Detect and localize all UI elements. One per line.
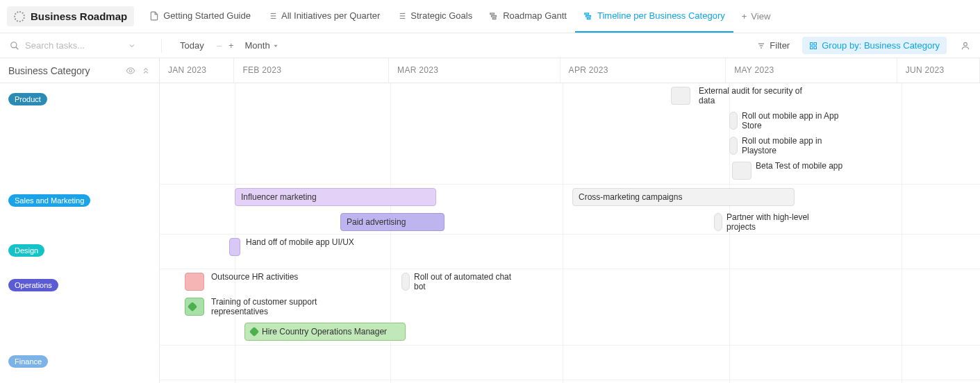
zoom-select[interactable]: Month (241, 37, 283, 53)
add-view-label: View (751, 11, 770, 22)
track-group-operations: Outsource HR activitiesRoll out of autom… (160, 269, 980, 346)
task-label: Roll out mobile app in App Store (742, 111, 853, 130)
gantt-icon (583, 11, 593, 21)
category-operations[interactable]: Operations (0, 269, 159, 346)
milestone-diamond-icon (188, 302, 197, 312)
category-pill: Sales and Marketing (8, 194, 90, 207)
milestone-diamond-icon (249, 327, 259, 337)
task-chip[interactable] (729, 137, 738, 155)
sidebar-heading-row: Business Category (0, 58, 159, 83)
task-chip[interactable] (185, 298, 204, 316)
toolbar: Today – + Month Filter Group by: Busines… (0, 33, 980, 58)
eye-icon[interactable] (126, 66, 135, 76)
task-label: Training of customer support representat… (211, 297, 322, 316)
task-label: Outsource HR activities (211, 272, 322, 282)
tab-all-initiatives-per-quarter[interactable]: All Initiatives per Quarter (259, 0, 388, 33)
task-chip[interactable] (729, 112, 738, 130)
category-pill: Product (8, 93, 47, 105)
month-header-cell: APR 2023 (560, 58, 726, 83)
month-header-cell: JUN 2023 (897, 58, 980, 83)
svg-point-28 (964, 42, 967, 46)
category-product[interactable]: Product (0, 83, 159, 185)
timeline-canvas[interactable]: JAN 2023FEB 2023MAR 2023APR 2023MAY 2023… (160, 58, 980, 383)
dash: – (217, 40, 222, 51)
roadmap-icon (14, 11, 25, 22)
search-wrap (10, 40, 149, 51)
track-group-finance (160, 346, 980, 380)
tab-roadmap-gantt[interactable]: Roadmap Gantt (481, 0, 575, 33)
category-pill: Finance (8, 355, 48, 368)
svg-line-19 (16, 46, 19, 49)
svg-point-18 (11, 42, 17, 47)
task-chip[interactable] (229, 238, 240, 256)
svg-rect-16 (585, 15, 590, 17)
tab-getting-started-guide[interactable]: Getting Started Guide (141, 0, 259, 33)
add-task-button[interactable]: + (229, 40, 234, 51)
task-label: Hand off of mobile app UI/UX (246, 237, 357, 247)
header-bar: Business Roadmap Getting Started GuideAl… (0, 0, 980, 33)
svg-rect-12 (490, 12, 495, 14)
track-group-product: External audit for security of dataRoll … (160, 83, 980, 185)
tab-strategic-goals[interactable]: Strategic Goals (388, 0, 481, 33)
task-label: Beta Test of mobile app (756, 161, 867, 171)
category-sidebar: Business Category ProductSales and Marke… (0, 58, 160, 383)
task-bar[interactable]: Hire Country Operations Manager (244, 323, 406, 341)
category-pill: Operations (8, 279, 58, 291)
track-group-design: Hand off of mobile app UI/UX (160, 235, 980, 269)
tab-timeline-per-business-category[interactable]: Timeline per Business Category (575, 0, 733, 33)
tab-label: All Initiatives per Quarter (281, 10, 380, 21)
month-header-row: JAN 2023FEB 2023MAR 2023APR 2023MAY 2023… (160, 58, 980, 83)
svg-marker-20 (274, 44, 277, 46)
category-pill: Design (8, 244, 44, 257)
filter-button[interactable]: Filter (751, 37, 795, 53)
zoom-label: Month (245, 40, 270, 51)
task-chip[interactable] (714, 213, 722, 231)
tab-label: Roadmap Gantt (503, 10, 567, 21)
gantt-icon (489, 11, 499, 21)
task-label: Paid advertising (347, 217, 406, 227)
task-label: External audit for security of data (699, 86, 810, 105)
collapse-icon[interactable] (141, 66, 151, 76)
task-label: Cross-marketing campaigns (579, 192, 682, 202)
task-bar[interactable]: Cross-marketing campaigns (572, 188, 795, 206)
task-bar[interactable]: Influencer marketing (235, 188, 436, 206)
category-design[interactable]: Design (0, 235, 159, 269)
svg-rect-14 (492, 17, 496, 19)
track-group-sales: Influencer marketingCross-marketing camp… (160, 185, 980, 235)
task-label: Roll out of automated chat bot (414, 272, 525, 291)
page-title-wrap[interactable]: Business Roadmap (7, 6, 134, 26)
task-chip[interactable] (732, 162, 751, 180)
task-chip[interactable] (671, 87, 690, 105)
timeline-grid: Business Category ProductSales and Marke… (0, 58, 980, 383)
svg-rect-24 (811, 42, 813, 45)
chevron-down-icon[interactable] (128, 42, 136, 50)
task-chip[interactable] (185, 273, 204, 291)
search-input[interactable] (25, 40, 122, 51)
plus-icon: + (742, 11, 747, 22)
today-button[interactable]: Today (174, 37, 210, 53)
task-label: Roll out mobile app in Playstore (742, 136, 853, 155)
svg-rect-26 (811, 46, 813, 49)
add-view-button[interactable]: + View (733, 11, 779, 22)
month-header-cell: JAN 2023 (160, 58, 234, 83)
svg-rect-15 (585, 12, 589, 14)
view-tabs: Getting Started GuideAll Initiatives per… (141, 0, 733, 33)
doc-icon (149, 11, 159, 21)
task-chip[interactable] (401, 273, 410, 291)
search-icon (10, 41, 19, 51)
tab-label: Getting Started Guide (163, 10, 251, 21)
user-icon[interactable] (961, 41, 970, 51)
page-title: Business Roadmap (31, 10, 127, 22)
tab-label: Strategic Goals (410, 10, 472, 21)
category-finance[interactable]: Finance (0, 346, 159, 380)
task-bar[interactable]: Paid advertising (340, 213, 445, 231)
task-label: Influencer marketing (241, 192, 317, 202)
category-sales-and-marketing[interactable]: Sales and Marketing (0, 185, 159, 235)
filter-label: Filter (770, 40, 790, 51)
month-header-cell: FEB 2023 (234, 58, 389, 83)
group-by-button[interactable]: Group by: Business Category (802, 37, 947, 54)
svg-point-29 (129, 69, 132, 72)
sidebar-heading: Business Category (8, 65, 90, 76)
svg-rect-17 (587, 17, 590, 19)
svg-rect-27 (814, 46, 817, 49)
